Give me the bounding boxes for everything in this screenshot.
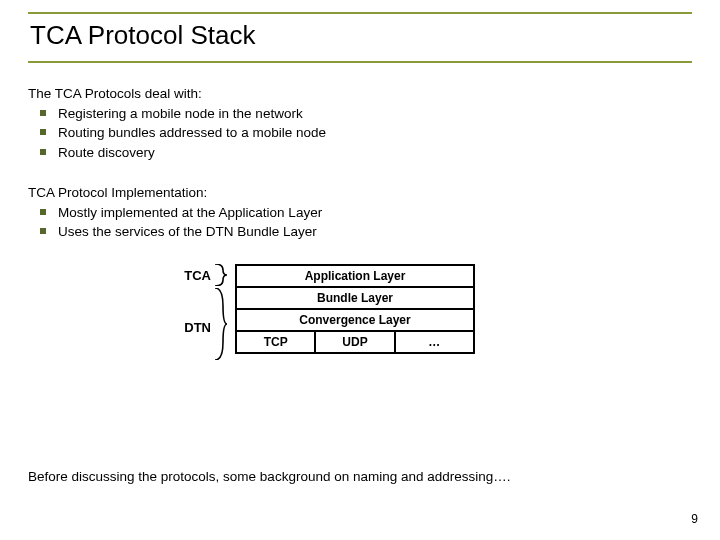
layer-tcp: TCP	[237, 332, 316, 352]
brace-icon	[213, 264, 227, 286]
bullet-text: Mostly implemented at the Application La…	[58, 205, 322, 220]
section-lead: The TCA Protocols deal with:	[28, 85, 692, 103]
bullet-list: Mostly implemented at the Application La…	[28, 204, 692, 241]
list-item: Uses the services of the DTN Bundle Laye…	[28, 223, 692, 241]
bullet-icon	[40, 129, 46, 135]
bullet-icon	[40, 149, 46, 155]
list-item: Route discovery	[28, 144, 692, 162]
slide: TCA Protocol Stack The TCA Protocols dea…	[0, 0, 720, 540]
bullet-icon	[40, 110, 46, 116]
bullet-icon	[40, 228, 46, 234]
brace-column: TCA DTN	[163, 264, 223, 354]
title-rule: TCA Protocol Stack	[28, 12, 692, 63]
bullet-list: Registering a mobile node in the network…	[28, 105, 692, 162]
section-implementation: TCA Protocol Implementation: Mostly impl…	[28, 184, 692, 242]
brace-label-tca: TCA	[184, 268, 211, 283]
bullet-text: Routing bundles addressed to a mobile no…	[58, 125, 326, 140]
bullet-text: Route discovery	[58, 145, 155, 160]
section-lead: TCA Protocol Implementation:	[28, 184, 692, 202]
list-item: Mostly implemented at the Application La…	[28, 204, 692, 222]
protocol-stack-diagram: TCA DTN Application Layer Bundle Layer C…	[163, 264, 692, 354]
layer-other: …	[396, 332, 473, 352]
brace-icon	[213, 288, 227, 360]
page-number: 9	[691, 512, 698, 526]
bullet-text: Uses the services of the DTN Bundle Laye…	[58, 224, 317, 239]
layer-transport-row: TCP UDP …	[235, 332, 475, 354]
bottom-note: Before discussing the protocols, some ba…	[28, 469, 511, 484]
layer-bundle: Bundle Layer	[235, 288, 475, 310]
layer-application: Application Layer	[235, 264, 475, 288]
layer-stack: Application Layer Bundle Layer Convergen…	[235, 264, 475, 354]
bullet-text: Registering a mobile node in the network	[58, 106, 303, 121]
list-item: Registering a mobile node in the network	[28, 105, 692, 123]
layer-udp: UDP	[316, 332, 395, 352]
list-item: Routing bundles addressed to a mobile no…	[28, 124, 692, 142]
brace-label-dtn: DTN	[184, 320, 211, 335]
section-protocols: The TCA Protocols deal with: Registering…	[28, 85, 692, 162]
slide-title: TCA Protocol Stack	[30, 20, 692, 51]
layer-convergence: Convergence Layer	[235, 310, 475, 332]
bullet-icon	[40, 209, 46, 215]
